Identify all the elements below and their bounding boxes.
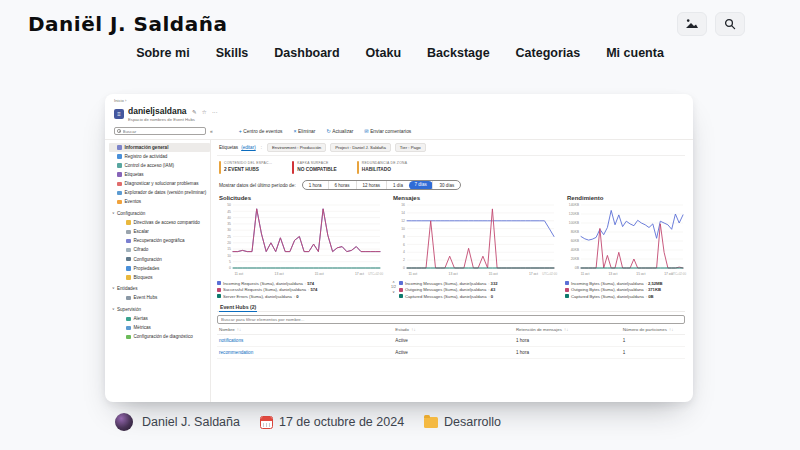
column-header[interactable]: Retención de mensajes ↑↓	[516, 327, 623, 332]
sort-icon[interactable]: ↑↓	[669, 327, 673, 332]
period-pill[interactable]: 6 horas	[328, 181, 356, 189]
svg-text:17 oct: 17 oct	[355, 272, 364, 276]
sidebar-item[interactable]: Propiedades	[109, 264, 210, 273]
sidebar-item[interactable]: ∨ Configuración	[109, 209, 210, 218]
sort-icon[interactable]: ↑↓	[564, 327, 568, 332]
resource-menu-search-input[interactable]	[123, 129, 204, 134]
legend-color-swatch	[217, 288, 221, 292]
nav-link[interactable]: Sobre mi	[136, 46, 190, 60]
more-icon[interactable]: ···	[212, 109, 218, 115]
sidebar-item-icon	[126, 239, 131, 244]
sidebar-item[interactable]: Configuración	[109, 255, 210, 264]
theme-toggle-button[interactable]	[677, 12, 707, 36]
toolbar-button[interactable]: ↻ Actualizar	[326, 128, 353, 134]
pager-down-icon[interactable]: ∨	[392, 290, 395, 295]
legend-series-value: 332	[488, 281, 497, 286]
legend-item[interactable]: Incoming Requests (Suma), danieljsaldana…	[217, 281, 384, 286]
sidebar-item[interactable]: Event Hubs	[109, 294, 210, 303]
nav-link[interactable]: Skills	[216, 46, 249, 60]
column-header[interactable]: Estado ↑↓	[395, 327, 516, 332]
legend-item[interactable]: Incoming Bytes (Suma), danieljsaldana 2,…	[565, 281, 687, 286]
event-hubs-tab[interactable]: Event Hubs (2)	[219, 304, 257, 313]
sidebar-item[interactable]: Escalar	[109, 227, 210, 236]
sidebar-item[interactable]: Registro de actividad	[109, 152, 210, 161]
nav-link[interactable]: Backstage	[427, 46, 490, 60]
sidebar-item[interactable]: Cifrado	[109, 246, 210, 255]
chart-legend: Incoming Bytes (Suma), danieljsaldana 2,…	[565, 279, 687, 300]
period-pill[interactable]: 12 horas	[356, 181, 387, 189]
sidebar-item[interactable]: Configuración de diagnóstico	[109, 333, 210, 342]
post-category[interactable]: Desarrollo	[444, 415, 501, 429]
period-pill[interactable]: 1 hora	[303, 181, 328, 189]
legend-item[interactable]: Incoming Messages (Suma), danieljsaldana…	[399, 281, 558, 286]
tags-edit-link[interactable]: (editar)	[241, 145, 256, 150]
legend-item[interactable]: Captured Messages (Suma), danieljsaldana…	[399, 294, 558, 299]
legend-item[interactable]: Successful Requests (Suma), danieljsalda…	[217, 287, 384, 292]
toolbar-button[interactable]: × Eliminar	[294, 128, 316, 134]
sidebar-item[interactable]: Alertas	[109, 314, 210, 323]
legend-color-swatch	[217, 294, 221, 298]
period-pill[interactable]: 30 días	[432, 181, 460, 189]
event-hub-name-link[interactable]: notifications	[219, 338, 395, 343]
period-pill[interactable]: 1 día	[386, 181, 409, 189]
toolbar-button[interactable]: ✉ Enviar comentarios	[364, 128, 411, 134]
nav-link[interactable]: Categorias	[516, 46, 581, 60]
legend-series-value: 0B	[646, 294, 654, 299]
table-row[interactable]: notifications Active 1 hora 1	[217, 335, 685, 347]
nav-link[interactable]: Otaku	[366, 46, 401, 60]
author-name[interactable]: Daniel J. Saldaña	[142, 415, 240, 429]
folder-icon	[424, 417, 438, 428]
sidebar-item[interactable]: Recuperación geográfica	[109, 237, 210, 246]
legend-series-name: Incoming Bytes (Suma), danieljsaldana	[571, 281, 644, 286]
collapse-menu-icon[interactable]: «	[210, 128, 213, 134]
resource-menu-search[interactable]	[114, 127, 206, 135]
legend-item[interactable]: Outgoing Messages (Suma), danieljsaldana…	[399, 287, 558, 292]
period-pill[interactable]: 7 días	[409, 181, 433, 190]
edit-icon[interactable]: ✎	[192, 109, 197, 115]
event-hubs-tabs: Event Hubs (2)	[217, 304, 685, 313]
event-hub-status: Active	[395, 338, 516, 343]
svg-text:5: 5	[229, 260, 231, 264]
nav-link[interactable]: Dashboard	[274, 46, 339, 60]
sidebar-item[interactable]: Métricas	[109, 324, 210, 333]
sidebar-item[interactable]: Explorador de datos (versión preliminar)	[109, 189, 210, 198]
sidebar-item[interactable]: Bloqueos	[109, 273, 210, 282]
sidebar-item[interactable]: Eventos	[109, 198, 210, 207]
stat-label: REDUNDANCIA DE ZONA	[362, 161, 407, 165]
event-hub-partitions: 1	[623, 338, 683, 343]
legend-series-name: Captured Messages (Suma), danieljsaldana	[405, 294, 486, 299]
toolbar-button[interactable]: + Centro de eventos	[239, 128, 283, 134]
sidebar-item[interactable]: Directivas de acceso compartido	[109, 218, 210, 227]
sidebar-item[interactable]: ∨ Supervisión	[109, 305, 210, 314]
nav-link[interactable]: Mi cuenta	[606, 46, 664, 60]
sidebar-item[interactable]: Información general	[109, 143, 210, 152]
legend-item[interactable]: Outgoing Bytes (Suma), danieljsaldana 37…	[565, 287, 687, 292]
table-row[interactable]: recommendation Active 1 hora 1	[217, 347, 685, 359]
sidebar-item[interactable]: Etiquetas	[109, 170, 210, 179]
site-logo[interactable]: Daniël J. Saldaña	[28, 12, 227, 36]
column-header[interactable]: Nombre ↑↓	[219, 327, 395, 332]
sidebar-item-label: Directivas de acceso compartido	[134, 220, 200, 226]
author-avatar	[115, 413, 133, 431]
event-hub-name-link[interactable]: recommendation	[219, 350, 395, 355]
sidebar-item[interactable]: Diagnosticar y solucionar problemas	[109, 179, 210, 188]
table-filter-input[interactable]	[221, 317, 681, 322]
legend-item[interactable]: Captured Bytes (Suma), danieljsaldana 0B	[565, 294, 687, 299]
sidebar-item[interactable]: ∨ Entidades	[109, 285, 210, 294]
favorite-icon[interactable]: ☆	[202, 109, 207, 115]
tags-separator: :	[261, 145, 262, 150]
sort-icon[interactable]: ↑↓	[411, 327, 415, 332]
post-screenshot-card[interactable]: Inicio › ≡ danieljsaldana ✎ ☆ ··· Espaci…	[105, 94, 693, 402]
search-button[interactable]	[715, 12, 745, 36]
chart-canvas-solicitudes: 5045403530252015105011 oct13 oct15 oct17…	[217, 202, 384, 278]
column-header[interactable]: Número de particiones ↑↓	[623, 327, 683, 332]
stat-status-bar	[292, 161, 294, 174]
table-filter[interactable]	[217, 315, 685, 324]
svg-text:13 oct: 13 oct	[449, 272, 458, 276]
sort-icon[interactable]: ↑↓	[237, 327, 241, 332]
svg-text:11 oct: 11 oct	[581, 272, 590, 276]
legend-item[interactable]: Server Errors (Suma), danieljsaldana 0	[217, 294, 384, 299]
legend-series-name: Outgoing Messages (Suma), danieljsaldana	[405, 287, 486, 292]
sidebar-item[interactable]: Control de acceso (IAM)	[109, 161, 210, 170]
chart-title: Rendimiento	[567, 195, 687, 201]
